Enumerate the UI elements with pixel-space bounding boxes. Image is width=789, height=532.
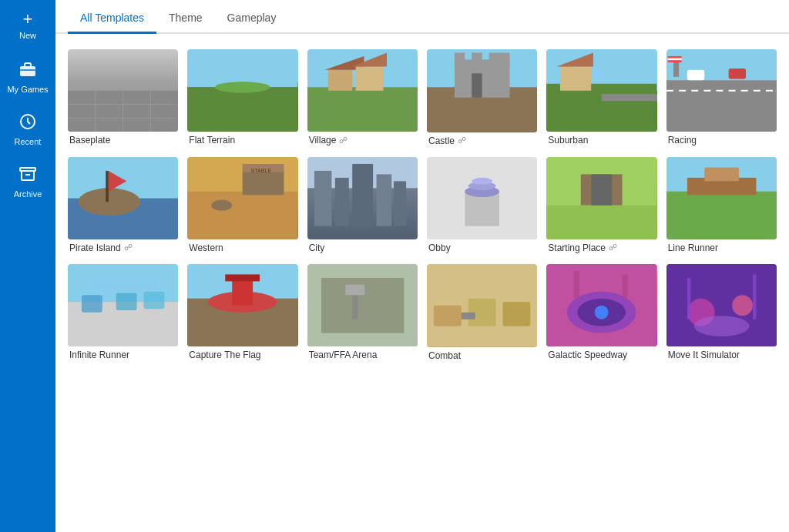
tab-theme[interactable]: Theme [156,4,215,34]
svg-rect-38 [728,69,745,79]
template-thumb-starting-place [546,157,656,239]
template-card-city[interactable]: City [307,157,418,256]
template-card-village[interactable]: Village☍ [307,49,418,148]
svg-rect-49 [187,191,297,239]
svg-rect-50 [243,170,284,194]
svg-point-96 [595,306,609,320]
template-name-flat-terrain: Flat Terrain [187,132,297,147]
template-card-starting-place[interactable]: Starting Place☍ [546,157,656,256]
template-card-castle[interactable]: Castle☍ [427,49,537,148]
template-name-move-it-simulator: Move It Simulator [666,346,777,362]
template-thumb-racing [666,49,777,132]
svg-rect-3 [20,168,35,171]
svg-rect-87 [345,285,364,295]
recent-label: Recent [15,137,42,146]
template-name-suburban: Suburban [546,132,656,147]
template-thumb-line-runner [666,157,777,239]
svg-rect-103 [753,274,756,319]
svg-rect-70 [666,191,777,239]
template-thumb-combat [427,264,537,347]
svg-point-104 [693,316,749,336]
template-card-flat-terrain[interactable]: Flat Terrain [187,49,297,148]
bookmark-icon: ☍ [458,136,466,146]
template-name-city: City [307,239,418,255]
template-thumb-move-it-simulator [666,264,777,346]
bookmark-icon: ☍ [609,243,617,253]
svg-point-45 [78,188,140,216]
sidebar-item-recent[interactable]: Recent [0,103,55,156]
template-name-pirate-island: Pirate Island☍ [68,239,178,255]
svg-rect-35 [666,80,777,132]
template-card-team-ffa-arena[interactable]: Team/FFA Arena [307,264,418,363]
svg-rect-11 [187,49,297,87]
archive-label: Archive [14,189,42,199]
svg-rect-24 [472,52,482,66]
template-thumb-flat-terrain [187,49,297,132]
svg-point-53 [212,199,233,210]
svg-rect-97 [574,271,579,299]
svg-rect-27 [472,73,482,97]
svg-point-13 [215,82,270,92]
svg-rect-25 [489,52,499,66]
sidebar-item-archive[interactable]: Archive [0,156,55,208]
tab-bar: All Templates Theme Gameplay [55,0,789,34]
svg-rect-30 [602,94,657,101]
svg-rect-78 [144,292,165,309]
template-name-capture-the-flag: Capture The Flag [187,346,297,362]
template-card-galactic-speedway[interactable]: Galactic Speedway [546,264,656,363]
template-card-racing[interactable]: Racing [666,49,777,148]
template-name-team-ffa-arena: Team/FFA Arena [307,346,418,362]
svg-rect-0 [20,66,35,76]
template-name-obby: Obby [427,239,537,255]
new-button[interactable]: + New [0,0,55,51]
svg-rect-23 [455,52,465,66]
svg-rect-55 [314,170,331,226]
template-thumb-baseplate [68,49,178,132]
svg-text:STABLE: STABLE [251,167,272,173]
svg-rect-16 [328,70,352,91]
template-card-infinite-runner[interactable]: Infinite Runner [68,264,178,363]
svg-rect-46 [106,170,109,201]
svg-point-64 [472,177,492,184]
template-card-line-runner[interactable]: Line Runner [666,157,777,256]
svg-rect-86 [352,292,358,320]
main-content: All Templates Theme Gameplay Baseplate F… [55,0,789,532]
svg-rect-59 [394,181,406,226]
template-thumb-suburban [546,49,656,132]
template-card-move-it-simulator[interactable]: Move It Simulator [666,264,777,363]
recent-icon [18,112,37,134]
svg-rect-12 [187,87,297,132]
bookmark-icon: ☍ [124,243,133,253]
template-name-castle: Castle☍ [427,132,537,148]
template-name-starting-place: Starting Place☍ [546,239,656,255]
template-card-baseplate[interactable]: Baseplate [68,49,178,148]
svg-rect-31 [560,66,591,90]
template-card-obby[interactable]: Obby [427,157,537,256]
svg-rect-77 [116,293,137,310]
svg-rect-89 [434,306,462,326]
template-card-western[interactable]: STABLE Western [187,157,297,256]
template-name-baseplate: Baseplate [68,132,178,147]
template-name-infinite-runner: Infinite Runner [68,346,178,362]
template-card-capture-the-flag[interactable]: Capture The Flag [187,264,297,363]
svg-rect-33 [595,70,603,79]
tab-all-templates[interactable]: All Templates [68,4,156,34]
tab-gameplay[interactable]: Gameplay [215,4,289,34]
svg-rect-56 [334,177,348,226]
svg-rect-41 [667,59,681,61]
svg-rect-72 [704,167,739,181]
svg-rect-42 [667,60,681,62]
template-card-pirate-island[interactable]: Pirate Island☍ [68,157,178,256]
sidebar: + New My Games Recent [0,0,55,532]
mygames-icon [18,60,37,82]
sidebar-item-mygames[interactable]: My Games [0,51,55,103]
svg-point-101 [732,295,753,316]
template-card-suburban[interactable]: Suburban [546,49,656,148]
svg-rect-29 [546,84,656,132]
template-card-combat[interactable]: Combat [427,264,537,363]
template-thumb-western: STABLE [187,157,297,239]
plus-icon: + [23,11,33,28]
svg-rect-68 [592,174,613,205]
svg-rect-26 [499,52,509,66]
bookmark-icon: ☍ [339,136,347,146]
